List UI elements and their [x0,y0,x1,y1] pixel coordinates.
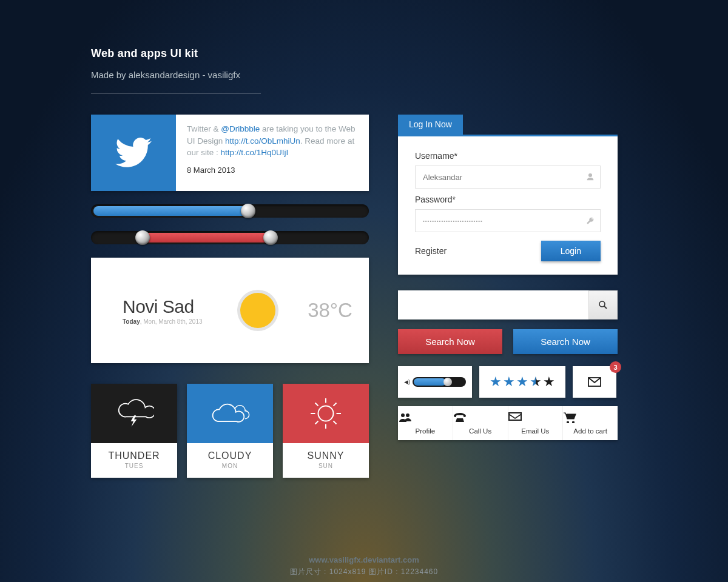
svg-line-10 [604,306,607,309]
page-title: Web and apps UI kit [91,47,637,60]
username-input[interactable] [415,166,601,189]
register-link[interactable]: Register [415,246,447,256]
search-bar [398,290,618,319]
page-header: Web and apps UI kit Made by aleksandarde… [91,47,637,94]
star-half-icon: ★ [530,374,542,390]
twitter-bird-icon [115,138,152,168]
slider-range-start-knob[interactable] [135,230,150,245]
profile-icon [398,412,453,426]
search-icon-button[interactable] [588,290,618,319]
svg-line-5 [315,403,318,406]
forecast-tile-sunny[interactable]: SUNNYSUN [283,384,369,478]
thunder-icon [114,398,154,429]
search-icon [598,300,608,310]
slider-range[interactable] [91,231,369,244]
phone-icon [453,412,508,426]
slider-range-fill [141,233,269,242]
volume-card: ◀) [398,366,472,398]
forecast-tile-cloudy[interactable]: CLOUDYMON [187,384,273,478]
twitter-icon-tile [91,115,176,191]
login-panel: Username* Password* Register Login [398,135,618,275]
star-icon: ★ [503,374,515,390]
volume-slider[interactable] [413,377,466,387]
footer-meta: 图片尺寸 : 1024x819 图片ID : 12234460 [0,567,728,577]
sun-icon [240,293,275,328]
volume-icon: ◀) [404,379,410,385]
slider-single[interactable] [91,204,369,218]
icon-nav: Profile Call Us Email Us [398,406,618,440]
password-label: Password* [415,195,601,204]
star-icon: ★ [516,374,528,390]
star-empty-icon: ★ [543,374,555,390]
svg-line-6 [334,421,337,424]
star-icon: ★ [490,374,502,390]
nav-profile[interactable]: Profile [398,406,453,440]
search-now-red-button[interactable]: Search Now [398,329,502,354]
weather-date: Today, Mon, March 8th, 2013 [123,318,224,325]
page-subtitle: Made by aleksandardesign - vasiligfx [91,70,637,80]
nav-email[interactable]: Email Us [508,406,564,440]
search-now-blue-button[interactable]: Search Now [513,329,618,354]
mail-icon [588,377,601,387]
weather-card: Novi Sad Today, Mon, March 8th, 2013 38°… [91,258,369,363]
forecast-tile-thunder[interactable]: THUNDERTUES [91,384,177,478]
volume-knob[interactable] [443,378,452,386]
nav-cart[interactable]: Add to cart [563,406,618,440]
twitter-body: Twitter & @Dribbble are taking you to th… [176,115,369,191]
twitter-handle[interactable]: @Dribbble [221,124,260,133]
header-divider [91,93,261,94]
rating-card[interactable]: ★ ★ ★ ★ ★ [479,366,565,398]
twitter-card: Twitter & @Dribbble are taking you to th… [91,115,369,191]
cart-icon [563,412,618,426]
slider-range-end-knob[interactable] [263,230,278,245]
search-input[interactable] [398,290,588,319]
email-icon [508,412,563,426]
cloudy-icon [209,399,251,428]
mail-card[interactable]: 3 [573,366,616,398]
forecast-row: THUNDERTUES CLOUDYMON [91,384,369,478]
svg-line-8 [334,403,337,406]
slider-single-knob[interactable] [241,204,255,218]
mail-badge: 3 [610,361,621,373]
twitter-link-2[interactable]: http://t.co/1Hq0UIjI [221,148,289,157]
twitter-date: 8 March 2013 [187,165,357,176]
svg-point-9 [599,301,605,307]
slider-single-fill [93,206,249,216]
nav-call[interactable]: Call Us [453,406,508,440]
key-icon [586,216,595,225]
login-button[interactable]: Login [541,241,601,261]
login-tab[interactable]: Log In Now [398,115,463,135]
user-icon [586,173,595,181]
footer-url: www.vasiligfx.deviantart.com [0,555,728,564]
twitter-link-1[interactable]: http://t.co/ObLmhiUn [225,136,300,146]
weather-city: Novi Sad [123,296,224,317]
svg-line-7 [315,421,318,424]
svg-point-0 [318,406,334,421]
username-label: Username* [415,151,601,161]
weather-temp: 38°C [291,299,369,322]
password-input[interactable] [415,209,601,232]
sunny-icon [308,395,344,432]
page-footer: www.vasiligfx.deviantart.com 图片尺寸 : 1024… [0,555,728,577]
